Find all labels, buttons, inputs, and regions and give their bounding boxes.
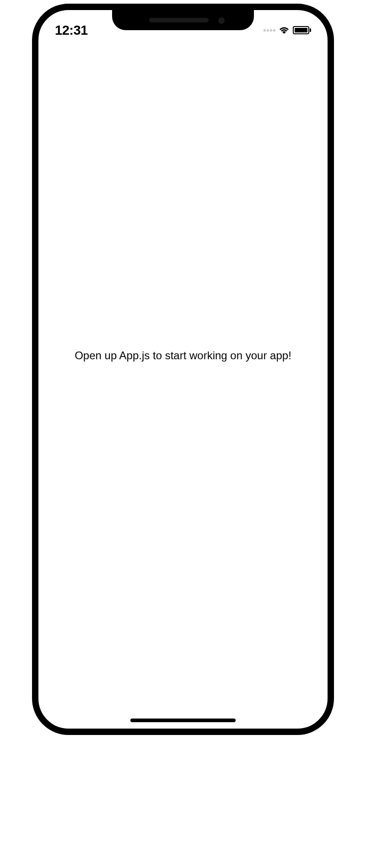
home-indicator[interactable] [130,719,236,722]
device-frame: 12:31 Open u [32,4,334,735]
welcome-text: Open up App.js to start working on your … [75,349,291,362]
app-content: Open up App.js to start working on your … [38,10,328,729]
